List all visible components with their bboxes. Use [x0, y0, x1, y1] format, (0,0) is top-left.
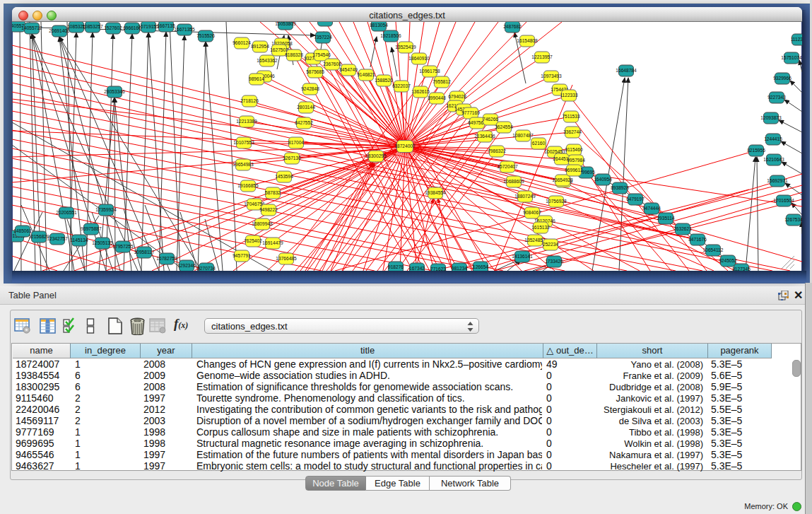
svg-text:10719155: 10719155 — [138, 24, 159, 29]
svg-text:9660124: 9660124 — [233, 40, 251, 45]
svg-text:9777169: 9777169 — [461, 110, 480, 115]
svg-text:1244415: 1244415 — [764, 136, 782, 141]
svg-text:16671355: 16671355 — [174, 27, 195, 32]
svg-text:9474444: 9474444 — [642, 206, 661, 211]
svg-text:10107553: 10107553 — [233, 140, 254, 145]
svg-text:8912954: 8912954 — [251, 44, 269, 49]
svg-text:2718126: 2718126 — [240, 98, 259, 103]
svg-text:12505135: 12505135 — [92, 240, 113, 245]
svg-text:1615132: 1615132 — [531, 225, 550, 230]
svg-text:12093873: 12093873 — [760, 115, 782, 120]
svg-text:3362744: 3362744 — [563, 129, 582, 134]
svg-text:8813054: 8813054 — [370, 23, 388, 28]
svg-text:1733426: 1733426 — [545, 259, 563, 264]
svg-text:2935114: 2935114 — [657, 216, 675, 221]
svg-text:10958117: 10958117 — [134, 250, 155, 255]
svg-text:981234: 981234 — [452, 266, 467, 271]
svg-text:8127345: 8127345 — [732, 267, 751, 271]
svg-text:1527602: 1527602 — [104, 25, 122, 30]
svg-text:10807487: 10807487 — [512, 133, 534, 138]
svg-text:1453594: 1453594 — [275, 174, 293, 179]
svg-text:15692971: 15692971 — [767, 178, 788, 183]
svg-text:17957255: 17957255 — [112, 244, 134, 249]
svg-text:1485061: 1485061 — [13, 228, 32, 233]
svg-text:16809948: 16809948 — [252, 221, 273, 226]
svg-text:93975887: 93975887 — [81, 226, 102, 231]
svg-text:9242848: 9242848 — [301, 86, 319, 91]
svg-text:1667135: 1667135 — [157, 23, 175, 28]
svg-text:8215955: 8215955 — [747, 148, 765, 153]
svg-text:9498222: 9498222 — [259, 207, 278, 212]
svg-text:12342757: 12342757 — [47, 236, 68, 241]
svg-text:6479197: 6479197 — [626, 197, 645, 201]
svg-text:8427552: 8427552 — [295, 120, 313, 125]
svg-text:10756928: 10756928 — [546, 199, 567, 204]
svg-text:10961758: 10961758 — [419, 69, 440, 74]
svg-text:9457791: 9457791 — [233, 253, 251, 258]
svg-text:20691406: 20691406 — [49, 28, 70, 33]
svg-text:7625402: 7625402 — [244, 238, 262, 243]
svg-text:13654923: 13654923 — [552, 177, 573, 182]
svg-text:1122333: 1122333 — [560, 93, 578, 98]
svg-text:7955812: 7955812 — [433, 79, 451, 84]
svg-text:252234: 252234 — [543, 242, 558, 247]
svg-text:167342: 167342 — [409, 266, 425, 271]
svg-text:1267534: 1267534 — [784, 217, 802, 222]
svg-text:16210643: 16210643 — [763, 157, 784, 162]
svg-text:19218506: 19218506 — [380, 33, 401, 38]
svg-text:1145134: 1145134 — [70, 238, 88, 243]
svg-text:7357224: 7357224 — [314, 35, 332, 40]
svg-text:10973493: 10973493 — [541, 74, 562, 78]
svg-text:989614: 989614 — [249, 76, 264, 81]
svg-text:2803144: 2803144 — [297, 105, 315, 110]
svg-text:9227343: 9227343 — [767, 95, 786, 100]
svg-text:8938928: 8938928 — [611, 185, 629, 190]
svg-text:881305: 881305 — [317, 22, 333, 23]
svg-text:8186328: 8186328 — [285, 52, 303, 57]
svg-text:16914479: 16914479 — [262, 240, 283, 245]
svg-text:17359924: 17359924 — [95, 207, 117, 212]
svg-text:16543362: 16543362 — [257, 58, 278, 63]
svg-text:19384554: 19384554 — [425, 190, 446, 195]
svg-text:10853257: 10853257 — [82, 24, 103, 29]
svg-text:16648784: 16648784 — [616, 68, 637, 73]
svg-text:1640954: 1640954 — [594, 177, 612, 182]
svg-text:9957984: 9957984 — [567, 158, 585, 163]
svg-text:13766485: 13766485 — [276, 256, 297, 261]
svg-text:6322037: 6322037 — [392, 83, 411, 88]
svg-text:20206551: 20206551 — [56, 210, 77, 215]
svg-text:16782759: 16782759 — [156, 256, 177, 261]
svg-text:7986322: 7986322 — [488, 148, 506, 153]
svg-text:587832: 587832 — [265, 190, 281, 195]
svg-text:126654: 126654 — [473, 264, 488, 269]
svg-text:9329966: 9329966 — [773, 76, 792, 81]
svg-text:12213957: 12213957 — [531, 54, 553, 59]
svg-text:8990448: 8990448 — [428, 95, 446, 100]
svg-text:21364436: 21364436 — [474, 134, 495, 139]
svg-text:10053809: 10053809 — [275, 22, 296, 26]
svg-text:62160: 62160 — [532, 141, 546, 146]
svg-text:6794028: 6794028 — [448, 94, 466, 99]
svg-text:1754546: 1754546 — [312, 52, 331, 57]
svg-text:18807249: 18807249 — [514, 194, 536, 199]
svg-text:2487682: 2487682 — [503, 24, 522, 29]
svg-text:1627502: 1627502 — [270, 47, 288, 52]
svg-text:5875685: 5875685 — [306, 69, 324, 74]
svg-text:7515526: 7515526 — [196, 33, 215, 38]
svg-text:9146821: 9146821 — [357, 72, 375, 77]
svg-text:17016504: 17016504 — [773, 198, 794, 203]
svg-text:8471676: 8471676 — [688, 237, 707, 242]
svg-text:918276: 918276 — [388, 264, 404, 269]
svg-text:18724007: 18724007 — [394, 144, 416, 148]
svg-text:10688609: 10688609 — [503, 179, 524, 184]
svg-text:15751074: 15751074 — [781, 55, 802, 60]
svg-text:7632621: 7632621 — [673, 226, 692, 231]
svg-text:817004: 817004 — [288, 140, 304, 145]
svg-text:9699612: 9699612 — [565, 168, 583, 173]
svg-text:7511533: 7511533 — [562, 114, 580, 119]
svg-text:12213389: 12213389 — [236, 119, 257, 124]
svg-text:746266: 746266 — [483, 117, 498, 122]
svg-text:1292346: 1292346 — [177, 263, 196, 268]
svg-text:1112345: 1112345 — [791, 37, 802, 42]
svg-text:2367608: 2367608 — [323, 62, 341, 66]
